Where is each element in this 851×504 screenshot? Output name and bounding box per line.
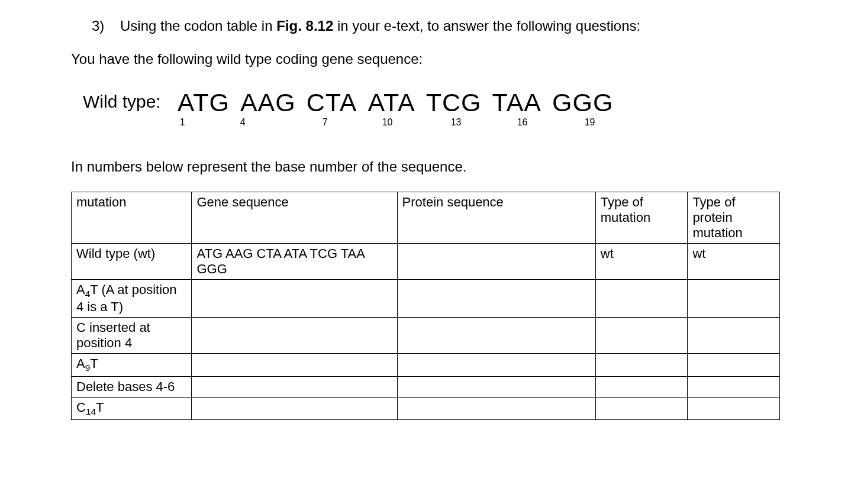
position-4: 4	[240, 117, 246, 128]
cell-type-mut	[595, 376, 688, 397]
header-mutation: mutation	[72, 192, 192, 244]
cell-protein	[397, 397, 595, 419]
cell-type-prot: wt	[688, 244, 780, 280]
codon-3: CTA	[307, 88, 357, 117]
cell-gene	[192, 376, 397, 397]
table-row: C14T	[72, 397, 780, 419]
cell-type-mut	[595, 318, 688, 354]
cell-type-mut: wt	[595, 244, 688, 280]
header-gene: Gene sequence	[192, 192, 397, 244]
codon-5: TCG	[426, 88, 482, 117]
position-1: 1	[180, 117, 185, 128]
table-body: Wild type (wt) ATG AAG CTA ATA TCG TAA G…	[72, 244, 780, 420]
cell-protein	[397, 376, 595, 397]
cell-protein	[397, 244, 595, 280]
position-19: 19	[585, 117, 595, 128]
codon-4: ATA	[368, 88, 415, 117]
table-header-row: mutation Gene sequence Protein sequence …	[72, 192, 780, 244]
codon-2: AAG	[240, 88, 296, 117]
table-row: A9T	[72, 354, 780, 376]
caption-text: In numbers below represent the base numb…	[71, 159, 780, 175]
table-row: Wild type (wt) ATG AAG CTA ATA TCG TAA G…	[72, 244, 780, 280]
position-13: 13	[451, 117, 462, 128]
sequence-container: ATG AAG CTA ATA TCG TAA GGG 1 4 7 10 13 …	[178, 88, 614, 135]
sequence-row: Wild type: ATG AAG CTA ATA TCG TAA GGG 1…	[71, 88, 780, 135]
header-type-mutation: Type of mutation	[595, 192, 688, 244]
cell-type-prot	[688, 354, 780, 376]
cell-type-mut	[595, 397, 688, 419]
header-type-protein: Type of protein mutation	[688, 192, 780, 244]
cell-gene	[192, 354, 397, 376]
cell-mutation: A4T (A at position 4 is a T)	[72, 280, 192, 318]
question-number: 3)	[92, 18, 104, 34]
sequence-positions: 1 4 7 10 13 16 19	[178, 117, 614, 135]
sequence-codons: ATG AAG CTA ATA TCG TAA GGG	[178, 88, 614, 117]
table-row: C inserted at position 4	[72, 318, 780, 354]
sequence-label: Wild type:	[71, 88, 178, 112]
header-protein: Protein sequence	[397, 192, 595, 244]
cell-mutation: A9T	[72, 354, 192, 376]
position-10: 10	[382, 117, 393, 128]
table-row: A4T (A at position 4 is a T)	[72, 280, 780, 318]
cell-type-prot	[688, 280, 780, 318]
codon-1: ATG	[178, 88, 230, 117]
question-text-before: Using the codon table in	[120, 18, 276, 34]
intro-text: You have the following wild type coding …	[71, 51, 780, 67]
codon-6: TAA	[492, 88, 541, 117]
cell-mutation: C14T	[72, 397, 192, 419]
cell-type-prot	[688, 397, 780, 419]
cell-mutation: Delete bases 4-6	[72, 376, 192, 397]
question-line: 3) Using the codon table in Fig. 8.12 in…	[71, 18, 780, 34]
position-16: 16	[517, 117, 528, 128]
question-bold-ref: Fig. 8.12	[276, 18, 333, 34]
cell-type-prot	[688, 318, 780, 354]
cell-mutation: Wild type (wt)	[72, 244, 192, 280]
cell-protein	[397, 354, 595, 376]
cell-protein	[397, 318, 595, 354]
cell-gene	[192, 397, 397, 419]
cell-type-mut	[595, 354, 688, 376]
cell-type-mut	[595, 280, 688, 318]
cell-gene: ATG AAG CTA ATA TCG TAA GGG	[192, 244, 397, 280]
cell-gene	[192, 318, 397, 354]
table-row: Delete bases 4-6	[72, 376, 780, 397]
cell-protein	[397, 280, 595, 318]
codon-7: GGG	[552, 88, 613, 117]
mutation-table: mutation Gene sequence Protein sequence …	[71, 192, 780, 420]
cell-type-prot	[688, 376, 780, 397]
cell-mutation: C inserted at position 4	[72, 318, 192, 354]
question-text-after: in your e-text, to answer the following …	[333, 18, 640, 34]
position-7: 7	[323, 117, 328, 128]
cell-gene	[192, 280, 397, 318]
